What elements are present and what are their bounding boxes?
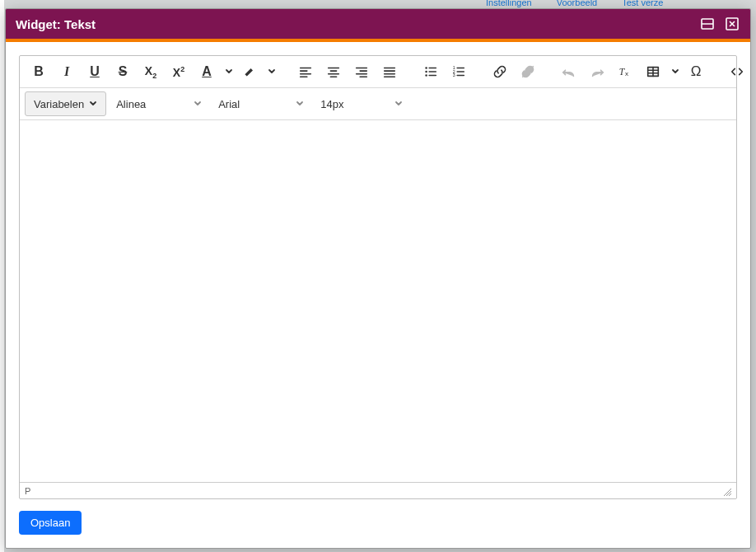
- dock-icon[interactable]: [699, 16, 716, 32]
- highlight-color-dropdown[interactable]: [265, 59, 277, 84]
- resize-grip-icon[interactable]: [721, 486, 731, 496]
- source-code-button[interactable]: [725, 59, 749, 84]
- align-left-button[interactable]: [293, 59, 318, 84]
- element-path[interactable]: P: [25, 486, 30, 496]
- redo-button: [585, 59, 609, 84]
- unordered-list-button[interactable]: [418, 59, 443, 84]
- unlink-button: [516, 59, 540, 84]
- italic-button[interactable]: I: [54, 59, 79, 84]
- svg-point-21: [425, 67, 427, 69]
- link-button[interactable]: [488, 59, 512, 84]
- table-dropdown[interactable]: [669, 59, 680, 84]
- svg-line-33: [523, 67, 534, 77]
- bold-button[interactable]: B: [26, 59, 51, 84]
- block-format-value: Alinea: [116, 98, 146, 110]
- dialog-title: Widget: Tekst: [16, 17, 96, 31]
- table-button[interactable]: [641, 59, 665, 84]
- subscript-button[interactable]: X2: [138, 59, 163, 84]
- rich-text-editor: B I U S X2 X2 A: [19, 55, 737, 499]
- superscript-button[interactable]: X2: [166, 59, 191, 84]
- special-character-button[interactable]: Ω: [684, 59, 708, 84]
- dialog-titlebar: Widget: Tekst: [6, 9, 750, 39]
- undo-button: [557, 59, 581, 84]
- variables-dropdown[interactable]: Variabelen: [25, 91, 106, 116]
- font-size-combo[interactable]: 14px: [314, 91, 409, 116]
- svg-text:x: x: [625, 70, 628, 77]
- font-family-value: Arial: [218, 98, 240, 110]
- svg-text:3: 3: [453, 73, 455, 77]
- align-justify-button[interactable]: [377, 59, 402, 84]
- text-color-button[interactable]: A: [194, 59, 219, 84]
- ordered-list-button[interactable]: 123: [446, 59, 471, 84]
- block-format-combo[interactable]: Alinea: [110, 91, 208, 116]
- close-icon[interactable]: [724, 16, 740, 32]
- underline-button[interactable]: U: [82, 59, 107, 84]
- clear-formatting-button[interactable]: Tx: [613, 59, 637, 84]
- save-button[interactable]: Opslaan: [19, 511, 82, 535]
- editor-content-area[interactable]: [20, 120, 736, 482]
- dialog-footer: Opslaan: [19, 499, 737, 535]
- svg-point-22: [425, 71, 427, 73]
- font-size-value: 14px: [320, 98, 343, 110]
- highlight-color-button[interactable]: [237, 59, 262, 84]
- variables-label: Variabelen: [34, 98, 84, 110]
- strikethrough-button[interactable]: S: [110, 59, 135, 84]
- align-right-button[interactable]: [349, 59, 374, 84]
- align-center-button[interactable]: [321, 59, 346, 84]
- editor-status-bar: P: [20, 482, 736, 498]
- text-color-dropdown[interactable]: [222, 59, 234, 84]
- toolbar-row-1: B I U S X2 X2 A: [20, 56, 736, 88]
- toolbar-row-2: Variabelen Alinea Arial 14px: [20, 88, 736, 120]
- svg-point-23: [425, 74, 427, 77]
- font-family-combo[interactable]: Arial: [212, 91, 310, 116]
- widget-text-dialog: Widget: Tekst B I U S X2 X2 A: [5, 8, 751, 549]
